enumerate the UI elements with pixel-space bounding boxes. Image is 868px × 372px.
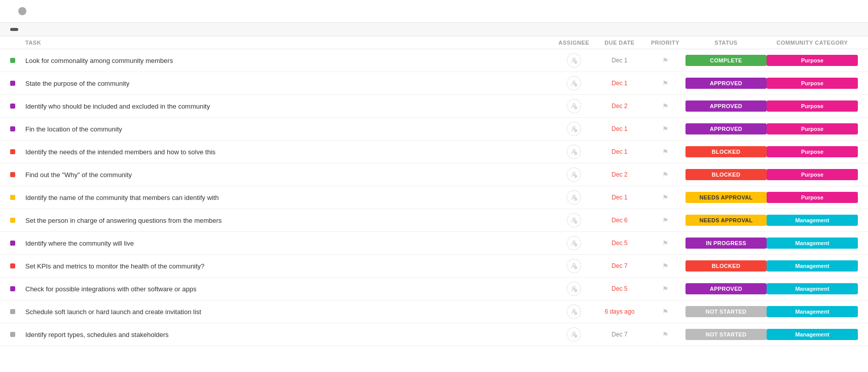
priority-flag[interactable]: ⚑	[645, 148, 685, 156]
assignee-avatar[interactable]	[567, 122, 581, 136]
task-list: Look for commonality among community mem…	[0, 49, 868, 346]
task-name[interactable]: Fin the location of the community	[25, 120, 554, 138]
category-badge[interactable]: Management	[767, 260, 858, 272]
status-badge[interactable]: APPROVED	[685, 123, 767, 134]
priority-flag[interactable]: ⚑	[645, 125, 685, 133]
priority-dot	[10, 286, 15, 291]
col-header-3: DUE DATE	[594, 40, 645, 46]
due-date: Dec 7	[594, 331, 645, 338]
svg-point-20	[573, 172, 575, 175]
status-badge[interactable]: BLOCKED	[685, 260, 767, 272]
col-header-4: PRIORITY	[645, 40, 685, 46]
category-badge[interactable]: Purpose	[767, 55, 858, 66]
priority-dot	[10, 149, 15, 154]
task-name[interactable]: State the purpose of the community	[25, 75, 554, 92]
svg-point-12	[573, 126, 575, 129]
priority-flag[interactable]: ⚑	[645, 308, 685, 316]
task-name[interactable]: Look for commonality among community mem…	[25, 52, 554, 70]
category-badge[interactable]: Management	[767, 215, 858, 226]
table-row: Identify where the community will liveDe…	[0, 232, 868, 255]
due-date: Dec 5	[594, 240, 645, 247]
category-badge[interactable]: Management	[767, 306, 858, 317]
status-badge[interactable]: BLOCKED	[685, 146, 767, 157]
priority-flag[interactable]: ⚑	[645, 193, 685, 201]
category-badge[interactable]: Management	[767, 283, 858, 294]
col-header-5: STATUS	[685, 40, 767, 46]
assignee-avatar[interactable]	[567, 167, 581, 182]
svg-point-28	[573, 218, 575, 220]
priority-dot	[10, 195, 15, 200]
status-badge[interactable]: NEEDS APPROVAL	[685, 192, 767, 203]
priority-dot	[10, 241, 15, 246]
assignee-avatar[interactable]	[567, 76, 581, 90]
task-name[interactable]: Find out the "Why" of the community	[25, 166, 554, 184]
assignee-avatar[interactable]	[567, 327, 581, 342]
priority-flag[interactable]: ⚑	[645, 56, 685, 64]
svg-point-4	[573, 81, 575, 83]
table-row: Identify report types, schedules and sta…	[0, 323, 868, 346]
status-badge[interactable]: IN PROGRESS	[685, 238, 767, 249]
page-header	[0, 0, 868, 23]
category-badge[interactable]: Purpose	[767, 100, 858, 112]
table-row: Schedule soft launch or hard launch and …	[0, 300, 868, 323]
status-badge[interactable]: BLOCKED	[685, 169, 767, 180]
status-badge[interactable]: APPROVED	[685, 100, 767, 112]
task-name[interactable]: Identify the name of the community that …	[25, 189, 554, 207]
table-row: Identify who should be included and excl…	[0, 95, 868, 118]
priority-flag[interactable]: ⚑	[645, 285, 685, 293]
priority-dot	[10, 104, 15, 109]
assignee-avatar[interactable]	[567, 213, 581, 227]
task-name[interactable]: Identify the needs of the intended membe…	[25, 143, 554, 161]
info-icon[interactable]	[18, 7, 26, 15]
status-badge[interactable]: NOT STARTED	[685, 329, 767, 340]
priority-flag[interactable]: ⚑	[645, 102, 685, 110]
table-row: Check for possible integrations with oth…	[0, 278, 868, 300]
priority-dot	[10, 218, 15, 223]
assignee-avatar[interactable]	[567, 53, 581, 67]
task-name[interactable]: Set KPIs and metrics to monitor the heal…	[25, 257, 554, 275]
assignee-avatar[interactable]	[567, 305, 581, 319]
status-badge[interactable]: COMPLETE	[685, 55, 767, 66]
status-badge[interactable]: APPROVED	[685, 78, 767, 89]
assignee-avatar[interactable]	[567, 282, 581, 296]
col-header-0	[10, 40, 25, 46]
task-name[interactable]: Identify report types, schedules and sta…	[25, 326, 554, 344]
svg-point-36	[573, 263, 575, 266]
assignee-avatar[interactable]	[567, 145, 581, 159]
task-name[interactable]: Set the person in charge of answering qu…	[25, 212, 554, 229]
priority-flag[interactable]: ⚑	[645, 79, 685, 87]
priority-flag[interactable]: ⚑	[645, 262, 685, 270]
task-table: TASKASSIGNEEDUE DATEPRIORITYSTATUSCOMMUN…	[0, 23, 868, 346]
assignee-avatar[interactable]	[567, 99, 581, 113]
task-name[interactable]: Identify where the community will live	[25, 234, 554, 252]
assignee-avatar[interactable]	[567, 236, 581, 250]
new-task-button[interactable]	[32, 9, 41, 13]
assignee-avatar[interactable]	[567, 259, 581, 273]
task-name[interactable]: Check for possible integrations with oth…	[25, 280, 554, 298]
priority-flag[interactable]: ⚑	[645, 216, 685, 224]
due-date: Dec 6	[594, 217, 645, 224]
table-row: Set KPIs and metrics to monitor the heal…	[0, 255, 868, 278]
category-badge[interactable]: Purpose	[767, 146, 858, 157]
category-badge[interactable]: Purpose	[767, 78, 858, 89]
category-badge[interactable]: Purpose	[767, 169, 858, 180]
assignee-avatar[interactable]	[567, 190, 581, 205]
task-name[interactable]: Schedule soft launch or hard launch and …	[25, 303, 554, 321]
svg-point-32	[573, 241, 575, 243]
status-badge[interactable]: NOT STARTED	[685, 306, 767, 317]
priority-flag[interactable]: ⚑	[645, 239, 685, 247]
category-badge[interactable]: Purpose	[767, 192, 858, 203]
priority-dot	[10, 309, 15, 314]
table-row: Identify the name of the community that …	[0, 186, 868, 209]
svg-point-0	[573, 58, 575, 60]
category-badge[interactable]: Management	[767, 238, 858, 249]
category-badge[interactable]: Management	[767, 329, 858, 340]
category-badge[interactable]: Purpose	[767, 123, 858, 134]
col-header-1: TASK	[25, 40, 554, 46]
status-badge[interactable]: APPROVED	[685, 283, 767, 294]
status-badge[interactable]: NEEDS APPROVAL	[685, 215, 767, 226]
priority-flag[interactable]: ⚑	[645, 330, 685, 339]
task-name[interactable]: Identify who should be included and excl…	[25, 97, 554, 115]
priority-flag[interactable]: ⚑	[645, 171, 685, 179]
col-header-6: COMMUNITY CATEGORY	[767, 40, 858, 46]
